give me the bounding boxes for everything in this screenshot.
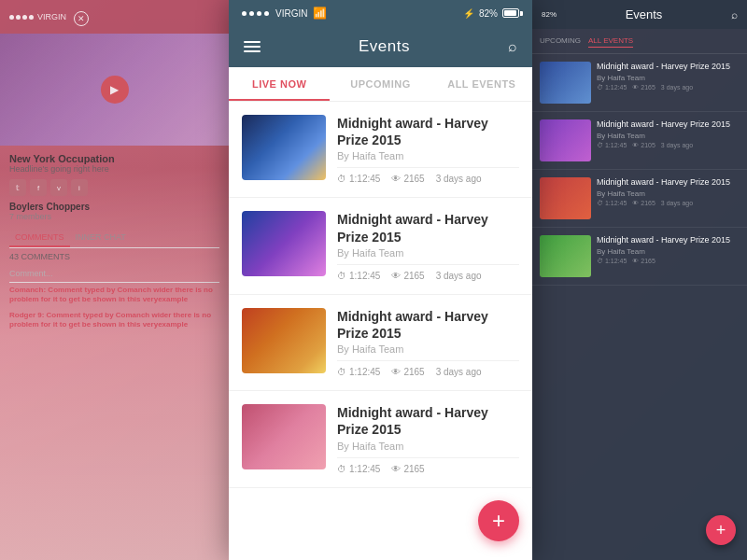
clock-icon: ⏱: [337, 174, 346, 184]
time-value: 3 days ago: [436, 174, 482, 184]
left-panel-image: ▶: [0, 34, 229, 146]
eye-icon: 👁: [391, 174, 401, 184]
signal-dot-4: [264, 11, 269, 16]
views-value: 2165: [403, 367, 424, 377]
time-value: 3 days ago: [436, 367, 482, 377]
event-views-4: 👁 2165: [391, 464, 424, 474]
duration-value: 1:12:45: [349, 464, 380, 474]
right-panel-header: 82% Events ⌕: [532, 0, 747, 29]
menu-button[interactable]: [244, 41, 261, 52]
right-upcoming-tab[interactable]: UPCOMING: [540, 35, 581, 48]
event-item-3[interactable]: Midnight award - Harvey Prize 2015 By Ha…: [229, 295, 532, 391]
left-carrier: VIRGIN: [37, 12, 66, 21]
event-title-4: Midnight award - Harvey Prize 2015: [337, 404, 519, 438]
signal-dots: [9, 15, 34, 20]
duration-value: 1:12:45: [349, 174, 380, 184]
battery-fill: [504, 10, 516, 16]
play-button[interactable]: ▶: [101, 76, 129, 104]
tab-live-now[interactable]: LIVE NOW: [229, 67, 330, 101]
event-thumb-4: [242, 404, 326, 469]
event-thumb-3: [242, 308, 326, 373]
right-event-item-3[interactable]: Midnight award - Harvey Prize 2015 By Ha…: [532, 170, 747, 228]
right-title: Events: [626, 7, 663, 21]
search-button[interactable]: ⌕: [508, 38, 517, 55]
eye-icon: 👁: [391, 367, 401, 377]
event-duration-3: ⏱ 1:12:45: [337, 367, 380, 377]
right-tabs: UPCOMING ALL EVENTS: [532, 29, 747, 54]
right-time-3: 3 days ago: [661, 200, 693, 206]
status-bar: VIRGIN 📶 ⚡ 82%: [229, 0, 532, 26]
comment-input[interactable]: Comment...: [9, 265, 219, 283]
event-item-4[interactable]: Midnight award - Harvey Prize 2015 By Ha…: [229, 391, 532, 487]
right-item-title-3: Midnight award - Harvey Prize 2015: [597, 177, 740, 189]
right-all-tab[interactable]: ALL EVENTS: [588, 35, 633, 48]
add-event-fab[interactable]: +: [478, 500, 519, 541]
right-item-meta-2: ⏱ 1:12:45 👁 2105 3 days ago: [597, 142, 740, 148]
right-fab[interactable]: +: [706, 515, 736, 545]
event-body-4: Midnight award - Harvey Prize 2015 By Ha…: [337, 404, 519, 473]
right-event-item-4[interactable]: Midnight award - Harvey Prize 2015 By Ha…: [532, 228, 747, 286]
event-thumb-2: [242, 211, 326, 276]
left-tabs: COMMENTS INNER CHAT: [9, 229, 219, 248]
event-time-3: 3 days ago: [436, 367, 482, 377]
event-author-1: By Haifa Team: [337, 150, 519, 161]
right-item-meta-3: ⏱ 1:12:45 👁 2165 3 days ago: [597, 200, 740, 206]
right-item-meta-1: ⏱ 1:12:45 👁 2165 3 days ago: [597, 84, 740, 91]
social-icons: 𝕥 f v i: [9, 179, 219, 196]
event-thumb-1: [242, 115, 326, 180]
right-status: 82%: [542, 10, 557, 19]
event-meta-2: ⏱ 1:12:45 👁 2165 3 days ago: [337, 271, 519, 281]
right-views-4: 👁 2165: [632, 258, 655, 264]
right-item-author-3: By Haifa Team: [597, 189, 740, 198]
right-event-item-1[interactable]: Midnight award - Harvey Prize 2015 By Ha…: [532, 54, 747, 112]
event-divider-2: [337, 264, 519, 265]
event-divider-1: [337, 167, 519, 168]
right-item-body-2: Midnight award - Harvey Prize 2015 By Ha…: [597, 119, 740, 161]
menu-line-2: [244, 46, 261, 48]
right-thumb-2: [540, 119, 591, 161]
event-body-2: Midnight award - Harvey Prize 2015 By Ha…: [337, 211, 519, 280]
right-item-title-4: Midnight award - Harvey Prize 2015: [597, 235, 740, 246]
right-panel: 82% Events ⌕ UPCOMING ALL EVENTS Midnigh…: [532, 0, 747, 560]
dot4: [29, 15, 34, 20]
status-left: VIRGIN 📶: [242, 7, 327, 20]
twitter-icon[interactable]: 𝕥: [9, 179, 26, 196]
right-thumb-3: [540, 177, 591, 219]
right-item-title-1: Midnight award - Harvey Prize 2015: [597, 62, 740, 73]
right-time-2: 3 days ago: [661, 142, 693, 148]
right-search-icon[interactable]: ⌕: [731, 8, 738, 21]
event-meta-1: ⏱ 1:12:45 👁 2165 3 days ago: [337, 174, 519, 184]
right-item-author-4: By Haifa Team: [597, 247, 740, 256]
views-value: 2165: [403, 271, 424, 281]
event-item-1[interactable]: Midnight award - Harvey Prize 2015 By Ha…: [229, 102, 532, 198]
comment-2: Rodger 9: Comment typed by Comanch wider…: [9, 308, 219, 333]
vimeo-icon[interactable]: v: [50, 179, 67, 196]
event-title-1: Midnight award - Harvey Prize 2015: [337, 115, 519, 148]
signal-dot-3: [257, 11, 261, 16]
left-subtitle: Headline's going right here: [9, 164, 219, 174]
right-thumb-4: [540, 235, 591, 277]
close-button[interactable]: ✕: [74, 11, 89, 26]
comments-tab[interactable]: COMMENTS: [9, 229, 70, 247]
right-item-title-2: Midnight award - Harvey Prize 2015: [597, 119, 740, 131]
event-item-2[interactable]: Midnight award - Harvey Prize 2015 By Ha…: [229, 198, 532, 294]
battery-icon: [502, 8, 519, 18]
share-icon[interactable]: i: [71, 179, 88, 196]
right-event-item-2[interactable]: Midnight award - Harvey Prize 2015 By Ha…: [532, 112, 747, 170]
tab-upcoming[interactable]: UPCOMING: [330, 67, 430, 101]
right-item-body-4: Midnight award - Harvey Prize 2015 By Ha…: [597, 235, 740, 277]
comment-author-1: Comanch:: [9, 286, 46, 294]
inner-chat-tab[interactable]: INNER CHAT: [70, 229, 132, 247]
dot3: [22, 15, 27, 20]
event-divider-3: [337, 360, 519, 361]
right-duration-1: ⏱ 1:12:45: [597, 84, 627, 91]
tab-all-events[interactable]: ALL EVENTS: [431, 67, 532, 101]
right-item-body-1: Midnight award - Harvey Prize 2015 By Ha…: [597, 62, 740, 104]
carrier-label: VIRGIN: [275, 8, 307, 19]
duration-value: 1:12:45: [349, 367, 380, 377]
app-header: Events ⌕: [229, 26, 532, 67]
status-right: ⚡ 82%: [463, 8, 519, 19]
battery-percent: 82%: [479, 8, 498, 19]
facebook-icon[interactable]: f: [30, 179, 47, 196]
event-author-3: By Haifa Team: [337, 343, 519, 355]
